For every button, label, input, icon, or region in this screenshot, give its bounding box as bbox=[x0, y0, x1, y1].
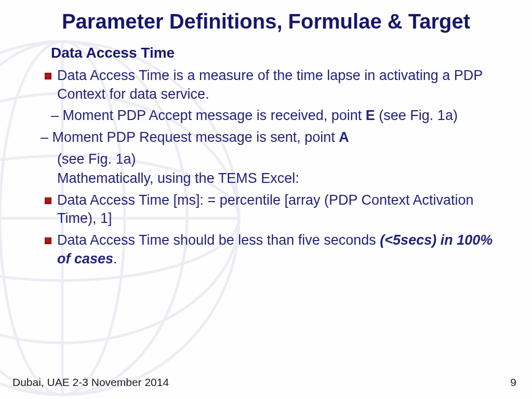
bullet-target: Data Access Time should be less than fiv… bbox=[26, 231, 506, 268]
footer-page-number: 9 bbox=[510, 376, 516, 389]
slide-canvas: Parameter Definitions, Formulae & Target… bbox=[0, 0, 532, 399]
text-fragment: – Moment PDP Accept message is received,… bbox=[51, 108, 366, 123]
text-fragment: . bbox=[113, 251, 117, 267]
bullet-definition: Data Access Time is a measure of the tim… bbox=[26, 66, 506, 103]
bullet-formula: Data Access Time [ms]: = percentile [arr… bbox=[26, 191, 506, 228]
dash-point-a-cont: (see Fig. 1a) bbox=[26, 150, 506, 169]
slide-footer: Dubai, UAE 2-3 November 2014 9 bbox=[12, 376, 516, 389]
text-fragment: Data Access Time should be less than fiv… bbox=[57, 232, 380, 248]
math-intro: Mathematically, using the TEMS Excel: bbox=[26, 169, 506, 188]
dash-point-e: – Moment PDP Accept message is received,… bbox=[26, 107, 506, 125]
point-a-bold: A bbox=[339, 129, 349, 145]
footer-location-date: Dubai, UAE 2-3 November 2014 bbox=[12, 376, 169, 389]
text-fragment: (see Fig. 1a) bbox=[375, 108, 458, 123]
subheading-data-access-time: Data Access Time bbox=[51, 45, 506, 61]
slide-title: Parameter Definitions, Formulae & Target bbox=[26, 9, 506, 33]
dash-point-a: – Moment PDP Request message is sent, po… bbox=[26, 128, 506, 147]
body-content: Data Access Time is a measure of the tim… bbox=[26, 66, 506, 268]
point-e-bold: E bbox=[366, 108, 375, 123]
text-fragment: – Moment PDP Request message is sent, po… bbox=[41, 129, 339, 145]
